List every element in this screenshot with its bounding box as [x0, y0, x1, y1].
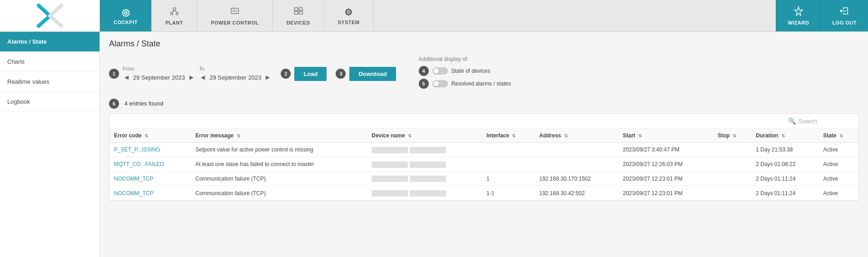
- svg-line-2: [50, 5, 61, 16]
- logo-icon: [36, 3, 64, 28]
- svg-rect-13: [294, 8, 298, 10]
- cell-address: [535, 157, 618, 171]
- cell-start: 2023/09/27 12:23:01 PM: [618, 171, 713, 186]
- svg-rect-15: [294, 11, 298, 14]
- nav-right: WIZARD LOG OUT: [776, 0, 868, 31]
- logout-button[interactable]: LOG OUT: [820, 0, 868, 31]
- cell-interface: 1-1: [482, 186, 535, 201]
- sort-stop[interactable]: ⇅: [733, 133, 736, 138]
- sidebar-item-charts[interactable]: Charts: [0, 52, 99, 72]
- cell-address: 192.168.30.42:502: [535, 186, 618, 201]
- download-button[interactable]: Download: [349, 67, 396, 81]
- from-date-value: 29 September 2023: [133, 74, 185, 81]
- from-date-prev[interactable]: ◀: [123, 73, 130, 81]
- sort-error-code[interactable]: ⇅: [144, 133, 148, 138]
- additional-display: Additional display of 4 State of devices…: [419, 56, 511, 91]
- cell-state: Active: [818, 143, 858, 157]
- cockpit-icon: ◎: [122, 7, 130, 18]
- to-date-value: 29 September 2023: [209, 74, 261, 81]
- cell-stop: [713, 143, 751, 157]
- table-row: P_SET_P...ISSINGSetpoint value for activ…: [109, 143, 858, 157]
- state-of-devices-toggle[interactable]: [432, 67, 448, 75]
- resolved-alarms-toggle[interactable]: [432, 80, 448, 87]
- cell-start: 2023/09/27 12:23:01 PM: [618, 186, 713, 201]
- to-date-next[interactable]: ▶: [264, 73, 272, 81]
- sort-address[interactable]: ⇅: [564, 133, 568, 138]
- controls-row: 1 From ◀ 29 September 2023 ▶ To ◀ 29 Sep…: [109, 56, 859, 91]
- nav-tab-power-control[interactable]: POWER CONTROL: [197, 0, 273, 31]
- from-date-group: From ◀ 29 September 2023 ▶: [123, 66, 195, 81]
- cell-state: Active: [818, 171, 858, 186]
- sidebar: Alarms / State Charts Realtime values Lo…: [0, 32, 100, 257]
- logout-icon: [839, 6, 849, 18]
- cell-duration: 1 Day 21:53:38: [751, 143, 818, 157]
- sidebar-item-logbook-label: Logbook: [7, 98, 30, 105]
- sort-state[interactable]: ⇅: [839, 133, 843, 138]
- cell-stop: [713, 186, 751, 201]
- plant-icon: [169, 6, 179, 18]
- sort-interface[interactable]: ⇅: [512, 133, 516, 138]
- additional-display-title: Additional display of: [419, 56, 511, 62]
- cell-error-code: NOCOMM_TCP: [109, 186, 191, 201]
- from-date-next[interactable]: ▶: [188, 73, 195, 81]
- cell-device-name: [367, 186, 482, 201]
- svg-marker-17: [794, 7, 803, 15]
- table-row: NOCOMM_TCPCommunication failure (TCP) 1-…: [109, 186, 858, 201]
- cell-start: 2023/09/27 3:40:47 PM: [618, 143, 713, 157]
- devices-label: DEVICES: [287, 20, 310, 25]
- sort-device-name[interactable]: ⇅: [408, 133, 412, 138]
- load-button[interactable]: Load: [294, 67, 327, 81]
- to-date-prev[interactable]: ◀: [199, 73, 207, 81]
- cell-duration: 2 Days 01:11:24: [751, 186, 818, 201]
- step3-group: 3 Download: [336, 67, 396, 81]
- search-input[interactable]: [799, 118, 853, 125]
- resolved-alarms-label: Resolved alarms / states: [451, 81, 511, 87]
- sidebar-item-logbook[interactable]: Logbook: [0, 92, 99, 112]
- cell-error-message: Setpoint value for active power control …: [191, 143, 367, 157]
- step2-group: 2 Load: [281, 67, 327, 81]
- step1-group: 1 From ◀ 29 September 2023 ▶ To ◀ 29 Sep…: [109, 66, 272, 81]
- cell-device-name: [367, 157, 482, 171]
- cell-interface: 1: [482, 171, 535, 186]
- cell-stop: [713, 171, 751, 186]
- top-nav: ◎ COCKPIT PLANT: [0, 0, 868, 32]
- system-icon: ⚙: [344, 7, 353, 18]
- sort-start[interactable]: ⇅: [638, 133, 642, 138]
- state-of-devices-row: 4 State of devices: [419, 66, 511, 76]
- svg-line-0: [39, 5, 50, 16]
- devices-icon: [293, 6, 303, 18]
- main-layout: Alarms / State Charts Realtime values Lo…: [0, 32, 868, 257]
- cell-address: [535, 143, 618, 157]
- table-body: P_SET_P...ISSINGSetpoint value for activ…: [109, 143, 858, 201]
- logo-area: [0, 0, 100, 31]
- search-icon: 🔍: [788, 117, 796, 125]
- step6-badge: 6: [109, 99, 119, 109]
- svg-point-5: [170, 13, 173, 15]
- cell-start: 2023/09/27 12:26:03 PM: [618, 157, 713, 171]
- svg-line-1: [39, 16, 50, 26]
- svg-line-3: [50, 16, 61, 26]
- power-control-icon: [230, 6, 240, 18]
- step1-badge: 1: [109, 69, 119, 79]
- nav-tabs: ◎ COCKPIT PLANT: [100, 0, 776, 31]
- step3-badge: 3: [336, 69, 346, 79]
- col-state: State ⇅: [818, 129, 858, 143]
- nav-tab-system[interactable]: ⚙ SYSTEM: [324, 0, 373, 31]
- nav-tab-devices[interactable]: DEVICES: [273, 0, 324, 31]
- to-date-nav: ◀ 29 September 2023 ▶: [199, 73, 272, 81]
- wizard-button[interactable]: WIZARD: [776, 0, 820, 31]
- logout-label: LOG OUT: [832, 20, 857, 25]
- sidebar-item-alarms-state[interactable]: Alarms / State: [0, 32, 99, 52]
- nav-tab-cockpit[interactable]: ◎ COCKPIT: [100, 0, 152, 31]
- entries-found: 6 4 entries found: [109, 99, 859, 109]
- svg-point-6: [176, 13, 178, 15]
- cockpit-label: COCKPIT: [114, 20, 138, 25]
- sidebar-item-realtime-values[interactable]: Realtime values: [0, 72, 99, 92]
- cell-error-code: NOCOMM_TCP: [109, 171, 191, 186]
- col-start: Start ⇅: [618, 129, 713, 143]
- sort-duration[interactable]: ⇅: [781, 133, 785, 138]
- col-stop: Stop ⇅: [713, 129, 751, 143]
- sort-error-message[interactable]: ⇅: [237, 133, 240, 138]
- table-row: NOCOMM_TCPCommunication failure (TCP) 11…: [109, 171, 858, 186]
- nav-tab-plant[interactable]: PLANT: [152, 0, 197, 31]
